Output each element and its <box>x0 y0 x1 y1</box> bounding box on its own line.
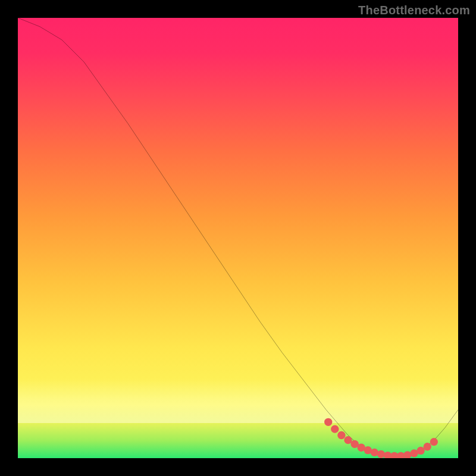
data-point <box>344 436 352 444</box>
data-point <box>337 431 345 439</box>
data-point <box>377 450 385 458</box>
plot-area <box>18 18 458 458</box>
data-point <box>403 451 411 458</box>
chart-svg <box>18 18 458 458</box>
data-point <box>430 438 438 446</box>
main-curve <box>18 18 458 457</box>
data-point <box>416 447 424 455</box>
dot-cluster <box>324 418 438 458</box>
watermark-text: TheBottleneck.com <box>358 4 470 17</box>
data-point <box>324 418 332 426</box>
data-point <box>424 443 431 450</box>
chart-frame: TheBottleneck.com <box>0 0 476 476</box>
data-point <box>331 425 339 433</box>
data-point <box>384 452 392 458</box>
